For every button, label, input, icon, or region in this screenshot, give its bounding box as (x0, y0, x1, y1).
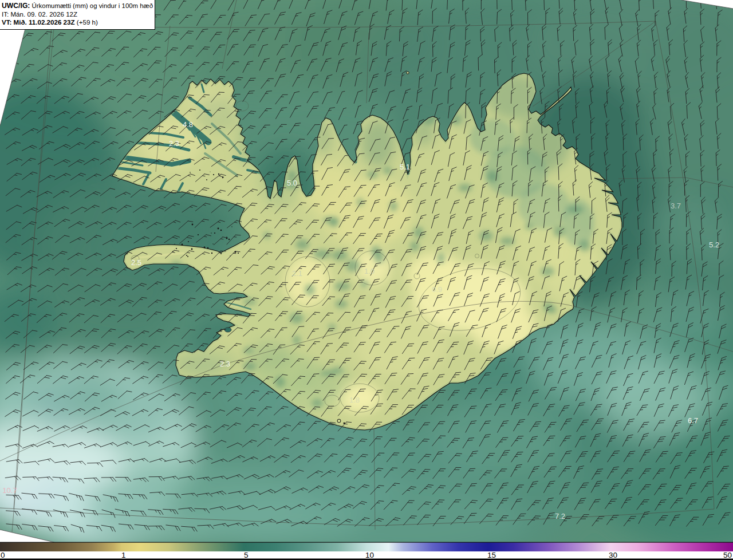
svg-text:1.0: 1.0 (364, 267, 375, 275)
svg-text:50: 50 (723, 551, 732, 559)
svg-text:2.3: 2.3 (169, 139, 179, 148)
svg-text:2.1: 2.1 (292, 269, 302, 278)
svg-text:0: 0 (1, 551, 5, 559)
svg-text:7.2: 7.2 (555, 512, 565, 520)
svg-text:10: 10 (365, 551, 374, 559)
svg-text:6.7: 6.7 (688, 416, 698, 425)
svg-text:3.7: 3.7 (671, 202, 681, 210)
svg-text:1: 1 (121, 551, 126, 559)
svg-text:5: 5 (244, 551, 249, 559)
svg-text:5.2: 5.2 (709, 240, 719, 249)
svg-text:5.0: 5.0 (287, 179, 297, 187)
svg-text:10.7: 10.7 (2, 486, 17, 495)
svg-text:1.8: 1.8 (349, 396, 360, 404)
svg-text:2.5: 2.5 (131, 258, 141, 267)
svg-text:2.3: 2.3 (220, 360, 230, 368)
svg-text:30: 30 (609, 551, 617, 559)
svg-text:4.8: 4.8 (183, 120, 193, 129)
svg-text:0.9: 0.9 (432, 285, 442, 294)
svg-text:5.1: 5.1 (400, 163, 410, 171)
svg-text:15: 15 (487, 551, 496, 559)
